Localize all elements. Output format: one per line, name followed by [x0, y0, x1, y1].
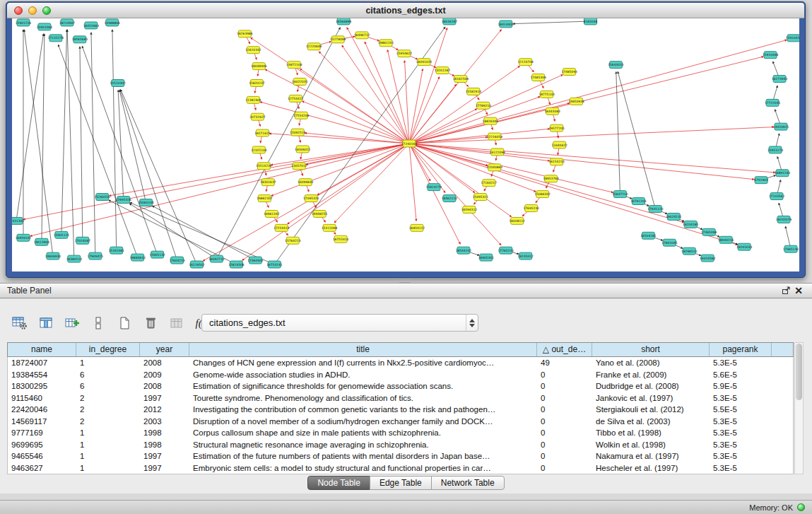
- graph-node[interactable]: 16022035: [292, 78, 308, 86]
- graph-node[interactable]: 15953170: [767, 146, 784, 153]
- graph-node[interactable]: 14872108: [286, 62, 302, 69]
- graph-node[interactable]: 19861201: [378, 40, 394, 47]
- graph-node[interactable]: 15905125: [54, 231, 70, 238]
- graph-node[interactable]: 16263986: [237, 30, 253, 37]
- graph-node[interactable]: 18414403: [498, 21, 514, 28]
- graph-node[interactable]: 22040860: [487, 164, 503, 171]
- show-columns-button[interactable]: [36, 314, 56, 332]
- graph-node[interactable]: 11381904: [245, 96, 261, 103]
- graph-node[interactable]: 12325104: [251, 146, 267, 153]
- graph-node[interactable]: 14606930: [45, 252, 61, 259]
- graph-node[interactable]: 17604253: [169, 257, 185, 264]
- graph-node[interactable]: 17465130: [783, 245, 799, 252]
- column-header-name[interactable]: name: [8, 343, 76, 356]
- window-titlebar[interactable]: citations_edges.txt: [7, 3, 804, 18]
- graph-node[interactable]: 16154210: [548, 158, 565, 165]
- graph-node[interactable]: 16204185: [683, 221, 699, 228]
- graph-node[interactable]: 17695230: [524, 205, 540, 212]
- graph-node[interactable]: 25260550: [95, 194, 111, 201]
- table-mode-settings-button[interactable]: [10, 314, 30, 332]
- graph-node[interactable]: 16755410: [333, 235, 349, 243]
- graph-node[interactable]: 18953764: [543, 175, 559, 182]
- graph-node[interactable]: 18775103: [539, 90, 555, 98]
- graph-node[interactable]: 15278098: [330, 36, 346, 43]
- graph-node[interactable]: 12610342: [245, 47, 261, 54]
- graph-node[interactable]: 17789210: [476, 102, 492, 109]
- graph-node[interactable]: 18092710: [208, 255, 225, 262]
- graph-node[interactable]: 18024531: [666, 213, 682, 220]
- graph-node[interactable]: 12220648: [306, 43, 322, 50]
- tab-network-table[interactable]: Network Table: [431, 476, 505, 490]
- graph-node[interactable]: 16462110: [442, 195, 458, 202]
- table-row[interactable]: 946554611997Estimation of the future num…: [8, 450, 793, 462]
- column-header-out_degree[interactable]: △ out_de…: [537, 343, 592, 356]
- graph-node[interactable]: 15910432: [786, 35, 799, 42]
- graph-node[interactable]: 18544202: [456, 247, 472, 254]
- graph-node[interactable]: 16571625: [254, 129, 271, 136]
- tab-edge-table[interactable]: Edge Table: [370, 476, 432, 490]
- graph-node[interactable]: 15060104: [138, 199, 154, 206]
- graph-node[interactable]: 12216058: [487, 133, 503, 140]
- graph-node[interactable]: 19862357: [257, 195, 273, 202]
- graph-node[interactable]: 15495321: [473, 194, 489, 201]
- graph-node[interactable]: 15312098: [322, 224, 338, 231]
- graph-node[interactable]: 17935120: [647, 206, 664, 213]
- graph-node[interactable]: 18296510: [681, 247, 698, 255]
- graph-node[interactable]: 15764223: [285, 237, 301, 244]
- graph-node[interactable]: 16961342: [264, 210, 280, 217]
- graph-node[interactable]: 17554208: [293, 112, 310, 119]
- graph-node[interactable]: 17909425: [88, 252, 104, 259]
- graph-node[interactable]: 15824508: [228, 261, 245, 268]
- column-header-title[interactable]: title: [189, 343, 537, 356]
- graph-node[interactable]: 6791903: [754, 177, 768, 184]
- graph-node[interactable]: 16452683: [83, 22, 100, 29]
- graph-node[interactable]: 8183048: [584, 18, 598, 25]
- graph-node[interactable]: 19245033: [736, 243, 753, 250]
- graph-node[interactable]: 18301637: [260, 179, 276, 186]
- graph-node[interactable]: 20732627: [249, 113, 266, 120]
- column-header-year[interactable]: year: [140, 343, 189, 356]
- column-header-short[interactable]: short: [592, 343, 710, 356]
- graph-node[interactable]: 15644410: [608, 62, 624, 69]
- tab-node-table[interactable]: Node Table: [307, 476, 370, 490]
- graph-node[interactable]: 17765220: [498, 247, 514, 254]
- graph-node[interactable]: 17254413: [273, 224, 290, 231]
- graph-node[interactable]: 15342081: [109, 247, 125, 254]
- graph-node[interactable]: 16008112: [510, 217, 526, 224]
- graph-node[interactable]: 18826344: [483, 117, 499, 124]
- graph-node[interactable]: 12754411: [288, 95, 304, 102]
- graph-node[interactable]: 16162508: [453, 76, 469, 83]
- graph-node[interactable]: 14850938: [568, 98, 584, 105]
- table-row[interactable]: 1456911722003Disruption of a novel membe…: [8, 416, 793, 428]
- table-row[interactable]: 946362711997Embryonic stem cells: a mode…: [8, 462, 793, 474]
- graph-node[interactable]: 17024087: [75, 237, 91, 244]
- close-panel-button[interactable]: ✕: [792, 285, 805, 296]
- graph-node[interactable]: 15582914: [466, 88, 482, 95]
- graph-node[interactable]: 12154708: [518, 59, 534, 66]
- minimize-window-button[interactable]: [28, 6, 37, 15]
- graph-node[interactable]: 16854122: [409, 224, 425, 231]
- graph-node[interactable]: 14433925: [773, 123, 789, 130]
- graph-node[interactable]: 17842095: [661, 239, 678, 246]
- column-header-pagerank[interactable]: pagerank: [710, 343, 772, 356]
- table-row[interactable]: 969969511998Structural magnetic resonanc…: [8, 439, 793, 451]
- table-row[interactable]: 1938455462009Genome-wide association stu…: [8, 369, 793, 381]
- graph-node[interactable]: 18306022: [295, 146, 311, 153]
- table-row[interactable]: 1872400712008Changes of HCN gene express…: [8, 357, 793, 369]
- graph-node[interactable]: 16959102: [16, 234, 32, 241]
- graph-node[interactable]: 17722045: [765, 99, 781, 106]
- graph-node[interactable]: 19024560: [700, 255, 716, 262]
- table-row[interactable]: 1830029562008Estimation of significance …: [8, 380, 793, 392]
- graph-node[interactable]: 17095320: [303, 195, 319, 202]
- graph-node[interactable]: 17895326: [116, 197, 132, 204]
- graph-node[interactable]: 16791203: [630, 198, 647, 205]
- graph-node[interactable]: 19565683: [72, 36, 88, 43]
- table-vertical-scrollbar[interactable]: [794, 342, 804, 474]
- close-window-button[interactable]: [14, 6, 23, 15]
- float-panel-button[interactable]: [779, 285, 792, 296]
- graph-node[interactable]: 20510302: [110, 80, 126, 87]
- merge-rows-button[interactable]: [88, 314, 108, 332]
- graph-node[interactable]: 17485309: [531, 74, 547, 81]
- new-table-button[interactable]: [114, 314, 134, 332]
- graph-node[interactable]: 16905341: [478, 254, 495, 261]
